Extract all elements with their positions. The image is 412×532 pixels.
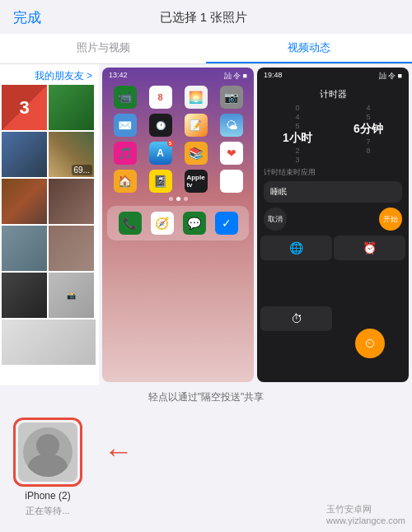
app-photos[interactable]: 🌅 <box>185 86 208 109</box>
grid-icon-stopwatch[interactable]: ⏱ <box>260 306 332 331</box>
grid-cell[interactable]: 69... <box>49 132 94 177</box>
app-row-1: 📹 8 🌅 📷 <box>102 83 254 111</box>
watermark-line1: 玉竹安卓网 <box>326 503 405 516</box>
app-tv[interactable]: Appletv <box>185 170 208 193</box>
timer-start-btn[interactable]: 开始 <box>379 208 402 231</box>
app-calendar[interactable]: 8 <box>149 86 172 109</box>
friends-label[interactable]: 我的朋友友 > <box>2 66 97 85</box>
grid-row-5: 📸 <box>2 273 97 318</box>
tab-photos-videos[interactable]: 照片与视频 <box>0 34 206 63</box>
phone-screenshots: 13:42 訕 令 ■ 📹 8 🌅 📷 ✉️ 🕐 📝 🌤 🎵 <box>99 64 412 385</box>
dot <box>184 197 188 201</box>
timer-columns: 0 4 5 1小时 2 3 4 5 6分钟 7 8 <box>257 102 409 166</box>
grid-cell[interactable] <box>49 179 94 224</box>
phone-status-right: 19:48 訕 令 ■ <box>257 68 409 83</box>
timer-buttons: 取消 开始 <box>257 204 409 234</box>
device-item-iphone[interactable]: iPhone (2) 正在等待... <box>13 418 82 517</box>
grid-cell[interactable]: 3 <box>2 85 47 130</box>
timer-title: 计时器 <box>257 83 409 102</box>
app-weather[interactable]: 🌤 <box>220 114 243 137</box>
timer-hour-col: 0 4 5 1小时 2 3 <box>283 104 312 164</box>
grid-cell[interactable] <box>2 132 47 177</box>
app-clock[interactable]: 🕐 <box>149 114 172 137</box>
phone-screen-right: 19:48 訕 令 ■ 计时器 0 4 5 1小时 2 3 4 5 6分钟 <box>257 68 409 382</box>
app-itunes[interactable]: 🎵 <box>114 142 137 165</box>
grid-icon-timer[interactable]: ⏲ <box>355 329 385 358</box>
app-row-3: 🎵 A 5 📚 ❤ <box>102 139 254 167</box>
avatar-body <box>28 454 68 477</box>
app-home[interactable]: 🏠 <box>114 170 137 193</box>
tab-live-photos[interactable]: 视频动态 <box>206 34 412 63</box>
app-phone[interactable]: 📞 <box>119 212 142 235</box>
timer-cancel-btn[interactable]: 取消 <box>264 208 287 231</box>
dot <box>169 197 173 201</box>
grid-row-6 <box>2 320 97 365</box>
grid-row-1: 3 <box>2 85 97 130</box>
dot-active <box>176 197 180 201</box>
grid-cell[interactable] <box>49 85 94 130</box>
app-notes2[interactable]: 📓 <box>149 170 172 193</box>
timer-grid: 🌐 ⏰ ⏱ ⏲ <box>257 234 409 382</box>
grid-cell[interactable] <box>2 179 47 224</box>
app-row-4: 🏠 📓 Appletv ⋯ <box>102 167 254 195</box>
phone-signal: 訕 令 ■ <box>224 71 247 82</box>
grid-cell[interactable]: 📸 <box>49 273 94 318</box>
app-health[interactable]: ❤ <box>220 142 243 165</box>
main-content: 我的朋友友 > 3 69... 📸 <box>0 64 412 385</box>
app-notes[interactable]: 📝 <box>185 114 208 137</box>
device-avatar-wrapper <box>13 418 82 487</box>
grid-row-2: 69... <box>2 132 97 177</box>
grid-row-4 <box>2 226 97 271</box>
device-name: iPhone (2) <box>25 490 70 502</box>
device-status: 正在等待... <box>26 505 69 517</box>
watermark: 玉竹安卓网 www.yizlangce.com <box>326 503 405 525</box>
avatar-person <box>23 427 73 477</box>
timer-minute-col: 4 5 6分钟 7 8 <box>353 104 383 164</box>
app-messages[interactable]: 💬 <box>183 212 206 235</box>
done-button[interactable]: 完成 <box>13 8 41 27</box>
app-books[interactable]: 📚 <box>185 142 208 165</box>
watermark-line2: www.yizlangce.com <box>326 516 405 525</box>
dock-row: 📞 🧭 💬 ✓ <box>109 209 247 237</box>
header: 完成 已选择 1 张照片 <box>0 0 412 34</box>
app-facetime[interactable]: 📹 <box>114 86 137 109</box>
device-avatar <box>18 422 77 482</box>
timer-end-select[interactable]: 睡眠 <box>264 181 402 203</box>
grid-cell[interactable] <box>2 226 47 271</box>
header-title: 已选择 1 张照片 <box>160 10 248 26</box>
airdrop-hint: 轻点以通过"隔空投送"共享 <box>0 385 412 411</box>
red-arrow-icon: ← <box>104 434 133 469</box>
app-safari[interactable]: 🧭 <box>151 212 174 235</box>
app-mail[interactable]: ✉️ <box>114 114 137 137</box>
app-appstore[interactable]: A 5 <box>149 142 172 165</box>
grid-cell[interactable] <box>49 226 94 271</box>
app-misc[interactable]: ⋯ <box>220 170 243 193</box>
grid-cell[interactable] <box>2 273 47 318</box>
app-camera[interactable]: 📷 <box>220 86 243 109</box>
phone-time: 13:42 <box>109 71 128 82</box>
photo-grid: 我的朋友友 > 3 69... 📸 <box>0 64 99 385</box>
timer-end-label: 计时结束时应用 <box>257 166 409 180</box>
grid-row-3 <box>2 179 97 224</box>
grid-icon-globe[interactable]: 🌐 <box>260 236 332 260</box>
app-reminders[interactable]: ✓ <box>215 212 238 235</box>
dock: 📞 🧭 💬 ✓ <box>107 206 249 240</box>
grid-icon-alarm[interactable]: ⏰ <box>334 236 405 260</box>
phone-status-bar: 13:42 訕 令 ■ <box>102 68 254 83</box>
tab-bar: 照片与视频 视频动态 <box>0 34 412 64</box>
page-dots <box>102 195 254 203</box>
app-row-2: ✉️ 🕐 📝 🌤 <box>102 111 254 139</box>
grid-cell-wide[interactable] <box>2 320 96 365</box>
phone-screen-left: 13:42 訕 令 ■ 📹 8 🌅 📷 ✉️ 🕐 📝 🌤 🎵 <box>102 68 254 382</box>
